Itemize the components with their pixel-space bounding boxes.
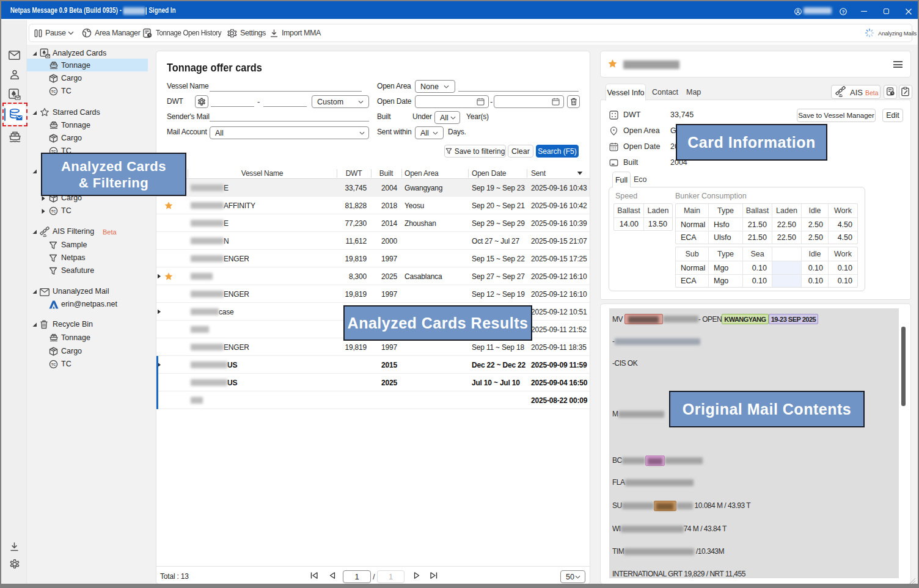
svg-text:?: ?: [842, 9, 845, 15]
svg-text:TC: TC: [51, 209, 56, 212]
svg-text:TC: TC: [51, 89, 56, 93]
svg-text:TC: TC: [51, 362, 56, 366]
